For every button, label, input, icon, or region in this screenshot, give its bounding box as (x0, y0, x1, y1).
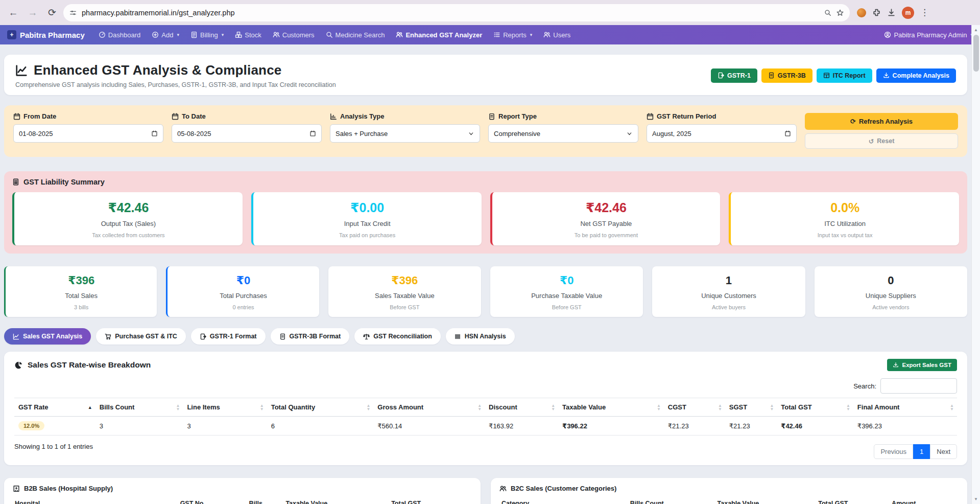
analysis-type-select[interactable]: Sales + Purchase (330, 124, 480, 143)
nav-item-medicine-search[interactable]: Medicine Search (321, 25, 390, 44)
tab-purchase-gst-itc[interactable]: Purchase GST & ITC (96, 328, 186, 345)
tab-gstr3b-format[interactable]: GSTR-3B Format (271, 328, 350, 345)
user-menu[interactable]: Pabitra Pharmacy Admin ▾ (884, 31, 973, 39)
scroll-up-arrow-icon[interactable]: ▲ (974, 25, 978, 34)
sort-icon: ▲▼ (366, 404, 370, 411)
chart-line-icon (13, 333, 19, 340)
file-export-icon (718, 72, 724, 79)
tab-sales-gst-analysis[interactable]: Sales GST Analysis (4, 328, 91, 345)
gst-rate-badge: 12.0% (18, 421, 44, 430)
profile-avatar[interactable]: m (902, 7, 914, 19)
sort-icon: ▲▼ (950, 404, 954, 411)
nav-item-label: Reports (503, 31, 527, 39)
report-type-select[interactable]: Comprehensive (488, 124, 638, 143)
col-final-amount[interactable]: Final Amount▲▼ (853, 398, 957, 417)
browser-toolbar: ← → ⟳ pharmacy.pabitramemorial.in/gst_an… (0, 0, 980, 25)
reload-button[interactable]: ⟳ (44, 5, 60, 21)
browser-menu-icon[interactable]: ⋮ (920, 7, 929, 18)
refresh-analysis-button[interactable]: ⟳ Refresh Analysis (805, 113, 958, 130)
tab-gstr1-format[interactable]: GSTR-1 Format (191, 328, 266, 345)
downloads-icon[interactable] (887, 8, 896, 17)
date-picker-icon[interactable] (151, 130, 158, 137)
month-picker-icon[interactable] (784, 130, 791, 137)
nav-item-users[interactable]: Users (539, 25, 575, 44)
chart-line-icon (15, 64, 28, 77)
nav-item-dashboard[interactable]: Dashboard (94, 25, 146, 44)
nav-item-add[interactable]: Add ▾ (147, 25, 184, 44)
nav-item-gst-analyzer[interactable]: Enhanced GST Analyzer (391, 25, 487, 44)
sort-icon: ▲▼ (551, 404, 555, 411)
pagination-previous[interactable]: Previous (874, 444, 913, 459)
calendar-icon (172, 113, 179, 120)
stat-value: ₹396 (10, 274, 153, 287)
col-total-gst[interactable]: Total GST▲▼ (777, 398, 853, 417)
col-cgst[interactable]: CGST▲▼ (664, 398, 725, 417)
breakdown-title: Sales GST Rate-wise Breakdown (14, 360, 151, 370)
nav-item-customers[interactable]: Customers (268, 25, 319, 44)
to-date-input[interactable]: 05-08-2025 (172, 124, 322, 143)
from-date-input[interactable]: 01-08-2025 (13, 124, 163, 143)
col-bills-count[interactable]: Bills Count▲▼ (95, 398, 183, 417)
nav-item-billing[interactable]: Billing ▾ (186, 25, 228, 44)
url-text[interactable]: pharmacy.pabitramemorial.in/gst_analyzer… (82, 9, 819, 17)
gst-rate-table: GST Rate▲ Bills Count▲▼ Line Items▲▼ Tot… (14, 398, 957, 436)
col-taxable-value[interactable]: Taxable Value▲▼ (558, 398, 664, 417)
col-gst-rate[interactable]: GST Rate▲ (14, 398, 95, 417)
col-discount[interactable]: Discount▲▼ (485, 398, 558, 417)
file-export-icon (200, 333, 206, 340)
chevron-down-icon (626, 130, 633, 137)
search-label: Search: (853, 382, 876, 390)
nav-item-label: Enhanced GST Analyzer (405, 31, 482, 39)
complete-analysis-button[interactable]: Complete Analysis (876, 68, 956, 83)
sales-taxable-value-card: ₹396 Sales Taxable Value Before GST (328, 266, 481, 317)
pagination-page-1[interactable]: 1 (913, 444, 930, 459)
col-total-quantity[interactable]: Total Quantity▲▼ (267, 398, 374, 417)
col-line-items[interactable]: Line Items▲▼ (183, 398, 267, 417)
reset-button[interactable]: ↺ Reset (805, 133, 958, 149)
header-actions: GSTR-1 GSTR-3B ITC Report Complete Analy… (711, 68, 956, 83)
return-period-input[interactable]: August, 2025 (647, 124, 797, 143)
page-title: Enhanced GST Analysis & Compliance (15, 62, 336, 78)
sort-icon: ▲▼ (657, 404, 661, 411)
tab-hsn-analysis[interactable]: HSN Analysis (446, 328, 515, 345)
address-bar[interactable]: pharmacy.pabitramemorial.in/gst_analyzer… (63, 4, 850, 21)
brand-label: Pabitra Pharmacy (20, 31, 85, 39)
bookmark-star-icon[interactable] (836, 9, 844, 16)
col-gross-amount[interactable]: Gross Amount▲▼ (373, 398, 485, 417)
site-settings-icon[interactable] (69, 9, 77, 16)
b2c-table: Category Bills Count Taxable Value Total… (499, 495, 959, 504)
app-navbar: + Pabitra Pharmacy Dashboard Add ▾ Billi… (0, 25, 980, 44)
date-picker-icon[interactable] (309, 130, 316, 137)
stat-label: Input Tax Credit (258, 220, 476, 227)
nav-item-reports[interactable]: Reports ▾ (489, 25, 537, 44)
stat-sub: 3 bills (10, 304, 153, 310)
b2b-sales-card: B2B Sales (Hospital Supply) Hospital GST… (4, 478, 481, 504)
stat-label: Total Purchases (172, 292, 315, 300)
scrollbar-thumb[interactable] (973, 35, 979, 72)
table-search-input[interactable] (880, 378, 957, 394)
caret-down-icon: ▾ (222, 32, 224, 37)
gstr3b-button[interactable]: GSTR-3B (761, 68, 812, 83)
nav-item-stock[interactable]: Stock (230, 25, 266, 44)
extensions-puzzle-icon[interactable] (872, 8, 881, 17)
brand[interactable]: + Pabitra Pharmacy (7, 30, 85, 39)
tab-gst-reconciliation[interactable]: GST Reconciliation (354, 328, 441, 345)
gstr1-button[interactable]: GSTR-1 (711, 68, 757, 83)
people-icon (273, 31, 280, 38)
stat-label: Sales Taxable Value (332, 292, 477, 300)
extension-icon[interactable] (857, 8, 866, 17)
pagination-next[interactable]: Next (930, 444, 957, 459)
scroll-down-arrow-icon[interactable]: ▼ (974, 495, 978, 504)
refresh-icon: ⟳ (850, 118, 856, 125)
download-icon (893, 362, 899, 368)
back-button[interactable]: ← (5, 5, 21, 21)
export-sales-gst-button[interactable]: Export Sales GST (887, 359, 957, 371)
calendar-icon (13, 113, 20, 120)
zoom-icon[interactable] (824, 9, 831, 16)
return-period-field-group: GST Return Period August, 2025 (647, 112, 797, 149)
itc-report-button[interactable]: ITC Report (817, 68, 872, 83)
col-sgst[interactable]: SGST▲▼ (725, 398, 777, 417)
forward-button[interactable]: → (25, 5, 41, 21)
stat-sub: To be paid to government (497, 232, 715, 238)
stat-value: 0.0% (736, 200, 954, 215)
